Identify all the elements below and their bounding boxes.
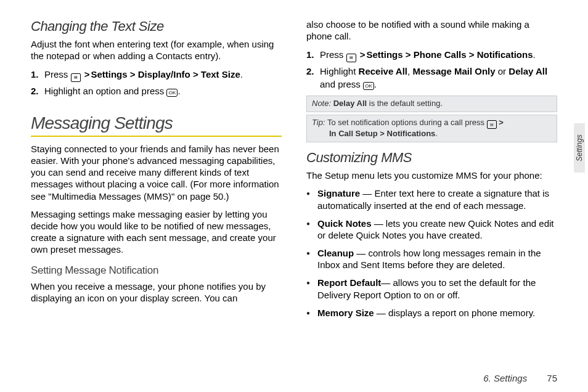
path: Settings > Display/Info > Text Size <box>91 69 240 80</box>
bullet-quick-notes: Quick Notes — lets you create new Quick … <box>317 218 557 241</box>
tip-box: Tip: To set notification options during … <box>306 115 557 142</box>
bullet-signature: Signature — Enter text here to create a … <box>317 187 557 211</box>
para-cont: also choose to be notified with a sound … <box>306 18 557 42</box>
step-2: Highlight Receive All, Message Mail Only… <box>320 65 557 91</box>
footer-page: 75 <box>547 373 557 383</box>
path: Settings > Phone Calls > Notifications <box>366 49 533 60</box>
ok-icon: OK <box>166 89 178 97</box>
step-2: Highlight an option and press OK. <box>44 84 282 97</box>
steps-text-size: Press ▤ >Settings > Display/Info > Text … <box>31 68 282 97</box>
heading-mms: Customizing MMS <box>306 150 557 166</box>
heading-text-size: Changing the Text Size <box>31 18 282 35</box>
right-column: also choose to be notified with a sound … <box>306 18 557 325</box>
mms-bullets: Signature — Enter text here to create a … <box>306 187 557 319</box>
steps-notif: Press ▤ >Settings > Phone Calls > Notifi… <box>306 48 557 91</box>
menu-icon: ▤ <box>487 120 497 129</box>
bullet-report-default: Report Default— allows you to set the de… <box>317 277 557 300</box>
bullet-memory-size: Memory Size — displays a report on phone… <box>317 307 557 319</box>
step-1: Press ▤ >Settings > Display/Info > Text … <box>44 68 282 82</box>
step-1: Press ▤ >Settings > Phone Calls > Notifi… <box>320 48 557 62</box>
ok-icon: OK <box>363 82 374 90</box>
menu-icon: ▤ <box>71 73 81 82</box>
para-msg-2: Messaging settings make messaging easier… <box>31 208 282 256</box>
bullet-cleanup: Cleanup — controls how long messages rem… <box>317 247 557 271</box>
heading-messaging: Messaging Settings <box>31 113 282 137</box>
menu-icon: ▤ <box>346 54 356 62</box>
side-tab-label: Settings <box>575 134 584 161</box>
note-box: Note: Delay All is the default setting. <box>306 96 557 112</box>
side-tab: Settings <box>574 123 585 173</box>
footer: 6. Settings 75 <box>483 373 557 383</box>
para-msg-1: Staying connected to your friends and fa… <box>31 143 282 202</box>
left-column: Changing the Text Size Adjust the font w… <box>31 18 282 325</box>
para-notif: When you receive a message, your phone n… <box>31 280 282 304</box>
subhead-notification: Setting Message Notification <box>31 264 282 277</box>
footer-chapter: 6. Settings <box>483 373 527 383</box>
page-content: Changing the Text Size Adjust the font w… <box>31 18 557 325</box>
para-mms: The Setup menu lets you customize MMS fo… <box>306 169 557 181</box>
para-text-size: Adjust the font when entering text (for … <box>31 38 282 62</box>
